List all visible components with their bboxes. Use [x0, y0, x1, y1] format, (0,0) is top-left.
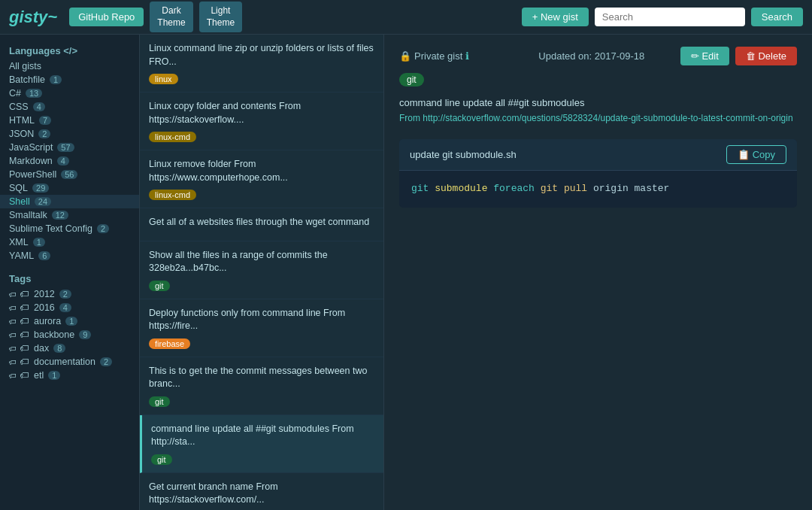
sidebar-item-sql[interactable]: SQL29 — [0, 181, 139, 195]
sidebar-item-css[interactable]: CSS4 — [0, 100, 139, 114]
list-item[interactable]: Linux command line zip or unzip folders … — [140, 35, 383, 93]
gist-list: Linux command line zip or unzip folders … — [140, 35, 384, 510]
sidebar-tag-2012[interactable]: 🏷20122 — [0, 287, 139, 301]
sidebar-item-javascript[interactable]: JavaScript57 — [0, 141, 139, 154]
sidebar-item-batchfile[interactable]: Batchfile1 — [0, 73, 139, 87]
sidebar-item-markdown[interactable]: Markdown4 — [0, 154, 139, 168]
sidebar-languages: All gistsBatchfile1C#13CSS4HTML7JSON2Jav… — [0, 59, 139, 263]
main-layout: Languages </> All gistsBatchfile1C#13CSS… — [0, 35, 812, 510]
list-item-tag: linux-cmd — [149, 132, 196, 142]
copy-button[interactable]: 📋 Copy — [726, 145, 786, 164]
code-filename: update git submodule.sh — [410, 149, 517, 160]
search-button[interactable]: Search — [751, 8, 803, 26]
sidebar-tag-backbone[interactable]: 🏷backbone9 — [0, 328, 139, 342]
tags-title: Tags — [0, 269, 139, 287]
header: gisty~ GitHub Repo DarkTheme LightTheme … — [0, 0, 812, 35]
new-gist-button[interactable]: + New gist — [522, 8, 589, 26]
private-label: 🔒 Private gist ℹ — [399, 50, 469, 62]
sidebar-tag-aurora[interactable]: 🏷aurora1 — [0, 314, 139, 328]
list-item-tag: git — [149, 281, 170, 291]
sidebar-item-yaml[interactable]: YAML6 — [0, 249, 139, 263]
list-item[interactable]: Get current branch name From https://sta… — [140, 473, 383, 511]
sidebar-tags: 🏷20122🏷20164🏷aurora1🏷backbone9🏷dax8🏷docu… — [0, 287, 139, 382]
list-item-tag: firebase — [149, 338, 190, 349]
delete-button[interactable]: 🗑 Delete — [735, 47, 797, 65]
list-item[interactable]: Linux remove folder From https://www.com… — [140, 150, 383, 208]
list-item[interactable]: This is to get the the commit messages b… — [140, 357, 383, 415]
list-item-tag: git — [149, 396, 170, 407]
light-theme-button[interactable]: LightTheme — [199, 2, 242, 32]
list-item-tag: git — [151, 454, 172, 465]
list-item[interactable]: Linux copy folder and contents From http… — [140, 93, 383, 150]
list-item-title: Deploy functions only from command line … — [149, 307, 374, 333]
sidebar-tag-2016[interactable]: 🏷20164 — [0, 301, 139, 314]
detail-tag-row: git — [399, 73, 797, 87]
updated-label: Updated on: 2017-09-18 — [538, 50, 644, 62]
list-item-title: Linux remove folder From https://www.com… — [149, 158, 374, 184]
dark-theme-button[interactable]: DarkTheme — [150, 2, 192, 32]
detail-description: command line update all ##git submodules… — [399, 96, 797, 126]
list-item-title: Show all the files in a range of commits… — [149, 249, 374, 275]
list-item-title: Linux command line zip or unzip folders … — [149, 42, 374, 68]
code-content: git submodule foreach git pull origin ma… — [399, 171, 797, 208]
detail-panel: 🔒 Private gist ℹ Updated on: 2017-09-18 … — [384, 35, 812, 510]
detail-header: 🔒 Private gist ℹ Updated on: 2017-09-18 … — [399, 47, 797, 65]
sidebar-item-sublimetextconfig[interactable]: Sublime Text Config2 — [0, 222, 139, 235]
sidebar-item-html[interactable]: HTML7 — [0, 114, 139, 127]
info-icon: ℹ — [465, 50, 469, 62]
sidebar-item-allgists[interactable]: All gists — [0, 59, 139, 73]
list-item[interactable]: Get all of a websites files through the … — [140, 208, 383, 241]
list-item-tag: linux — [149, 74, 178, 84]
list-item-title: Get current branch name From https://sta… — [149, 481, 374, 507]
sidebar-item-smalltalk[interactable]: Smalltalk12 — [0, 208, 139, 222]
code-block: update git submodule.sh 📋 Copy git submo… — [399, 139, 797, 208]
list-item-tag: linux-cmd — [149, 190, 196, 200]
github-repo-button[interactable]: GitHub Repo — [69, 8, 144, 26]
sidebar-tag-documentation[interactable]: 🏷documentation2 — [0, 355, 139, 369]
list-item-title: command line update all ##git submodules… — [151, 423, 374, 449]
lock-icon: 🔒 — [399, 50, 411, 62]
sidebar-item-shell[interactable]: Shell24 — [0, 195, 139, 208]
detail-tag: git — [399, 73, 424, 87]
list-item[interactable]: Show all the files in a range of commits… — [140, 241, 383, 299]
list-item-title: Linux copy folder and contents From http… — [149, 100, 374, 126]
sidebar-item-json[interactable]: JSON2 — [0, 127, 139, 141]
languages-title: Languages </> — [0, 41, 139, 59]
sidebar: Languages </> All gistsBatchfile1C#13CSS… — [0, 35, 140, 510]
sidebar-item-xml[interactable]: XML1 — [0, 235, 139, 249]
list-item-title: Get all of a websites files through the … — [149, 216, 374, 229]
detail-actions: ✏ Edit 🗑 Delete — [680, 47, 797, 65]
search-input[interactable] — [595, 8, 745, 26]
sidebar-tag-dax[interactable]: 🏷dax8 — [0, 342, 139, 355]
list-item-title: This is to get the the commit messages b… — [149, 365, 374, 391]
sidebar-tag-etl[interactable]: 🏷etl1 — [0, 369, 139, 382]
list-item[interactable]: command line update all ##git submodules… — [140, 415, 383, 473]
code-header: update git submodule.sh 📋 Copy — [399, 139, 797, 171]
app-logo: gisty~ — [9, 8, 57, 27]
sidebar-item-powershell[interactable]: PowerShell56 — [0, 168, 139, 181]
list-item[interactable]: Deploy functions only from command line … — [140, 299, 383, 357]
edit-button[interactable]: ✏ Edit — [680, 47, 729, 65]
sidebar-item-c[interactable]: C#13 — [0, 87, 139, 100]
